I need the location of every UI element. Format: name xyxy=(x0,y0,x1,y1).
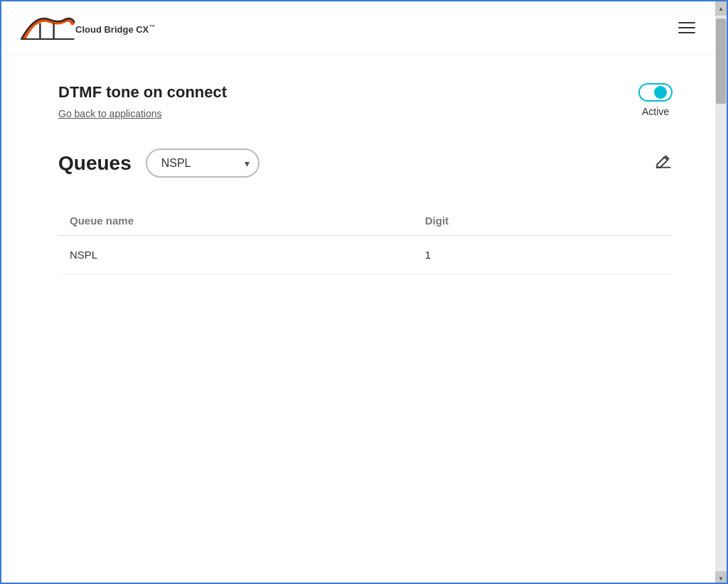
toggle-slider xyxy=(638,83,673,102)
hamburger-line-2 xyxy=(678,27,695,28)
title-left: DTMF tone on connect Go back to applicat… xyxy=(58,83,227,120)
scroll-up-arrow: ▲ xyxy=(718,6,724,12)
app-title-text: Cloud Bridge CX xyxy=(75,24,149,35)
toggle-label: Active xyxy=(642,106,669,117)
queue-table: Queue name Digit NSPL 1 xyxy=(58,206,673,274)
back-to-applications-link[interactable]: Go back to applications xyxy=(58,108,162,119)
edit-button[interactable] xyxy=(654,152,673,175)
col-digit: Digit xyxy=(382,206,673,236)
scrollbar-up-button[interactable]: ▲ xyxy=(715,1,727,16)
col-queue-name: Queue name xyxy=(58,206,382,236)
scrollbar-thumb[interactable] xyxy=(716,18,726,104)
scrollbar-down-button[interactable]: ▼ xyxy=(715,571,727,584)
hamburger-menu-button[interactable] xyxy=(675,19,698,36)
queue-select-wrapper: NSPL ▾ xyxy=(146,148,259,178)
header: Cloud Bridge CX™ xyxy=(1,1,715,55)
scroll-down-arrow: ▼ xyxy=(718,575,724,582)
page-title: DTMF tone on connect xyxy=(58,83,227,102)
table-row: NSPL 1 xyxy=(58,236,673,274)
queue-select[interactable]: NSPL xyxy=(146,148,259,178)
table-body: NSPL 1 xyxy=(58,236,673,274)
hamburger-line-1 xyxy=(678,22,695,23)
table-head: Queue name Digit xyxy=(58,206,673,236)
title-section: DTMF tone on connect Go back to applicat… xyxy=(58,83,673,120)
table-header-row: Queue name Digit xyxy=(58,206,673,236)
logo-area: Cloud Bridge CX™ xyxy=(18,10,155,45)
hamburger-line-3 xyxy=(678,32,695,33)
logo-text: Cloud Bridge CX™ xyxy=(75,21,155,35)
queues-left: Queues NSPL ▾ xyxy=(58,148,259,178)
page-body: DTMF tone on connect Go back to applicat… xyxy=(1,55,715,303)
logo-icon xyxy=(18,10,75,45)
active-toggle[interactable] xyxy=(638,83,673,102)
cell-digit: 1 xyxy=(382,236,673,274)
scrollbar-track: ▲ ▼ xyxy=(715,1,727,584)
app-container: ▲ ▼ xyxy=(0,0,728,584)
queues-section: Queues NSPL ▾ xyxy=(58,148,673,178)
queues-title: Queues xyxy=(58,152,132,175)
edit-icon xyxy=(654,152,673,171)
main-content: Cloud Bridge CX™ DTMF tone on connect Go… xyxy=(1,1,715,583)
toggle-section: Active xyxy=(638,83,673,117)
cell-queue-name: NSPL xyxy=(58,236,382,274)
